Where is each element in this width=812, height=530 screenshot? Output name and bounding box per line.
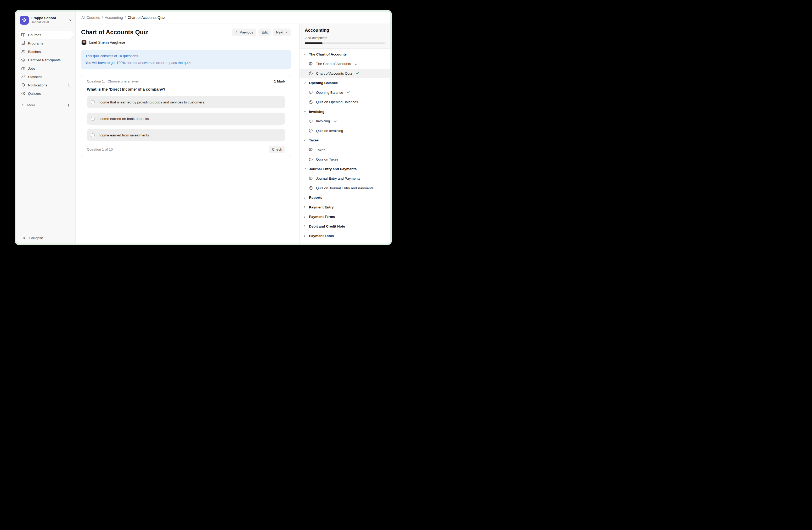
edit-label: Edit [262, 30, 267, 34]
collapse-sidebar-button[interactable]: Collapse [16, 232, 75, 243]
answer-option-2[interactable]: Income earned on bank deposits [87, 113, 285, 125]
next-button[interactable]: Next [273, 29, 291, 36]
lesson-title: The Chart of Accounts [316, 62, 351, 66]
chevron-down-icon [303, 110, 306, 113]
help-circle-icon [309, 71, 313, 75]
lesson-quiz-on-invoicing[interactable]: Quiz on Invoicing [300, 126, 390, 136]
lesson-the-chart-of-accounts[interactable]: The Chart of Accounts [300, 59, 390, 69]
chapter-title: Payment Tools [309, 234, 334, 238]
check-button[interactable]: Check [269, 145, 285, 153]
monitor-play-icon [309, 177, 313, 181]
chevron-down-icon [303, 81, 306, 85]
radio-icon[interactable] [91, 100, 95, 104]
instructor-avatar [81, 40, 87, 45]
sidebar-item-notifications[interactable]: Notifications1 [19, 81, 73, 89]
lesson-taxes[interactable]: Taxes [300, 145, 390, 155]
chapter-payment-terms[interactable]: Payment Terms [300, 212, 390, 222]
chapter-opening-balance[interactable]: Opening Balance [300, 78, 390, 88]
lesson-chart-of-accounts-quiz[interactable]: Chart of Accounts Quiz [300, 69, 390, 78]
chevron-down-icon [303, 167, 306, 170]
edit-button[interactable]: Edit [259, 29, 271, 36]
lesson-title: Quiz on Invoicing [316, 129, 343, 133]
sidebar-item-courses[interactable]: Courses [19, 31, 73, 39]
breadcrumb-item-all-courses[interactable]: All Courses [81, 15, 100, 20]
sidebar-item-programs[interactable]: Programs [19, 39, 73, 47]
answer-options: Income that is earned by providing goods… [87, 96, 285, 141]
chapter-title: Journal Entry and Payments [309, 167, 357, 171]
course-title: Accounting [305, 28, 385, 33]
chapter-journal-entry-and-payments[interactable]: Journal Entry and Payments [300, 164, 390, 174]
sidebar-item-statistics[interactable]: Statistics [19, 73, 73, 81]
chevron-right-icon [21, 103, 25, 107]
chapter-title: Taxes [309, 138, 319, 142]
lesson-quiz-on-taxes[interactable]: Quiz on Taxes [300, 155, 390, 165]
add-icon[interactable] [67, 103, 70, 107]
sidebar-nav: CoursesProgramsBatchesCertified Particip… [16, 31, 75, 97]
sidebar-item-batches[interactable]: Batches [19, 48, 73, 56]
lesson-title: Taxes [316, 148, 325, 152]
answer-option-1[interactable]: Income that is earned by providing goods… [87, 96, 285, 108]
page-title: Chart of Accounts Quiz [81, 29, 148, 36]
app-window: Frappe School Jannat Patel CoursesProgra… [15, 10, 392, 245]
question-number-label: Question 1: [87, 79, 105, 83]
lesson-journal-entry-and-payments[interactable]: Journal Entry and Payments [300, 174, 390, 184]
answer-option-label: Income earned from investments [98, 133, 149, 137]
briefcase-icon [21, 66, 25, 70]
chapter-debit-and-credit-note[interactable]: Debit and Credit Note [300, 222, 390, 231]
breadcrumb-item-accounting[interactable]: Accounting [105, 15, 123, 20]
monitor-play-icon [309, 90, 313, 95]
radio-icon[interactable] [91, 133, 95, 137]
sidebar-item-jobs[interactable]: Jobs [19, 65, 73, 72]
chevron-right-icon [303, 234, 306, 237]
quiz-instruction-line: This quiz consists of 10 questions. [85, 53, 287, 59]
users-icon [21, 50, 25, 54]
lesson-title: Invoicing [316, 119, 330, 123]
lesson-quiz-on-opening-balances[interactable]: Quiz on Opening Balances [300, 97, 390, 107]
chapter-title: Opening Balance [309, 81, 338, 85]
collapse-left-icon [23, 236, 26, 240]
check-icon [347, 90, 350, 94]
lesson-title: Quiz on Journal Entry and Payments [316, 186, 374, 190]
chapter-title: Invoicing [309, 110, 324, 114]
previous-button[interactable]: Previous [232, 29, 256, 36]
sidebar-item-certified-participants[interactable]: Certified Participants [19, 56, 73, 64]
question-progress: Question 1 of 10 [87, 148, 113, 151]
sidebar-item-label: Batches [28, 50, 70, 54]
workspace-user: Jannat Patel [31, 20, 66, 24]
monitor-play-icon [309, 119, 313, 123]
sidebar-item-quizzes[interactable]: Quizzes [19, 89, 73, 97]
book-open-icon [21, 33, 25, 37]
sidebar-item-label: Courses [28, 33, 70, 37]
breadcrumb-separator: / [102, 15, 103, 20]
chapter-payment-entry[interactable]: Payment Entry [300, 203, 390, 212]
lesson-opening-balance[interactable]: Opening Balance [300, 88, 390, 97]
workspace-info: Frappe School Jannat Patel [31, 16, 66, 24]
progress-bar [305, 42, 385, 44]
lesson-title: Chart of Accounts Quiz [316, 71, 352, 75]
chevron-left-icon [235, 31, 238, 34]
quiz-instruction-line: You will have to get 100% correct answer… [85, 59, 287, 66]
chevron-right-icon [285, 31, 288, 34]
course-outline-list: The Chart of AccountsThe Chart of Accoun… [300, 49, 390, 243]
chapter-title: Payment Entry [309, 205, 334, 209]
chapter-payment-tools[interactable]: Payment Tools [300, 231, 390, 241]
workspace-switcher[interactable]: Frappe School Jannat Patel [16, 12, 75, 27]
radio-icon[interactable] [91, 117, 95, 121]
next-label: Next [276, 30, 283, 34]
sidebar-item-more[interactable]: More [19, 101, 73, 109]
notification-count: 1 [68, 83, 70, 87]
chapter-the-chart-of-accounts[interactable]: The Chart of Accounts [300, 50, 390, 59]
instructor[interactable]: Linet Sherin Varghese [81, 40, 291, 45]
help-circle-icon [309, 157, 313, 162]
chapter-invoicing[interactable]: Invoicing [300, 107, 390, 116]
monitor-play-icon [309, 62, 313, 66]
chapter-taxes[interactable]: Taxes [300, 136, 390, 145]
question-text: What is the 'Direct Income' of a company… [87, 87, 285, 92]
answer-option-3[interactable]: Income earned from investments [87, 129, 285, 141]
lesson-toolbar: Previous Edit Next [232, 29, 291, 36]
lesson-invoicing[interactable]: Invoicing [300, 116, 390, 126]
chapter-reports[interactable]: Reports [300, 193, 390, 203]
help-circle-icon [21, 92, 25, 96]
lesson-quiz-on-journal-entry-and-payments[interactable]: Quiz on Journal Entry and Payments [300, 183, 390, 193]
chapter-title: The Chart of Accounts [309, 52, 347, 56]
